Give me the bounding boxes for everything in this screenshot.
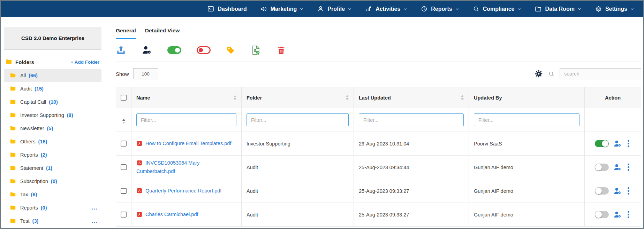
row-checkbox[interactable] bbox=[121, 212, 127, 218]
folder-more-button[interactable]: ... bbox=[92, 206, 98, 210]
nav-item-data-room[interactable]: Data Room bbox=[535, 5, 581, 13]
page-size-select[interactable]: 100 bbox=[133, 68, 158, 79]
folder-count: (66) bbox=[29, 73, 38, 78]
row-status-toggle[interactable] bbox=[595, 140, 609, 147]
folder-count: (15) bbox=[35, 86, 44, 92]
select-all-checkbox[interactable] bbox=[121, 95, 127, 101]
column-header-updated-by: Updated By bbox=[474, 95, 502, 101]
folders-heading: Folders bbox=[15, 59, 34, 65]
folder-more-button[interactable]: ... bbox=[92, 219, 98, 223]
assign-users-button[interactable] bbox=[613, 211, 622, 219]
folder-name: Newsletter bbox=[20, 126, 44, 131]
sidebar-folder-newsletter[interactable]: Newsletter (5) bbox=[4, 122, 101, 135]
sidebar-folder-tax[interactable]: Tax (6) bbox=[4, 188, 101, 201]
sort-icon[interactable] bbox=[458, 95, 464, 100]
last-updated-cell: 25-Aug-2023 09:33:27 bbox=[354, 203, 469, 227]
document-link[interactable]: Quarterly Performance Report.pdf bbox=[145, 188, 221, 194]
delete-button[interactable] bbox=[276, 46, 286, 55]
sort-icon[interactable] bbox=[231, 95, 236, 100]
toolbar bbox=[116, 44, 641, 56]
folder-name: Tax bbox=[20, 192, 28, 197]
row-menu-button[interactable] bbox=[626, 187, 631, 195]
row-menu-button[interactable] bbox=[626, 210, 631, 219]
search-input[interactable] bbox=[560, 68, 641, 79]
tab-general[interactable]: General bbox=[116, 27, 136, 39]
folder-icon bbox=[10, 125, 16, 132]
enable-toggle-button[interactable] bbox=[167, 46, 181, 54]
document-link[interactable]: INVCSD10053064 Mary Cumberbatch.pdf bbox=[136, 160, 200, 174]
filter-input-updated-by[interactable] bbox=[474, 113, 579, 126]
folder-icon bbox=[10, 204, 16, 212]
disable-toggle-button[interactable] bbox=[197, 46, 211, 54]
row-checkbox[interactable] bbox=[121, 188, 127, 194]
sidebar-folder-investor-supporting[interactable]: Investor Supporting (8) bbox=[4, 109, 101, 122]
folder-icon bbox=[10, 218, 16, 225]
folder-count: (2) bbox=[41, 152, 47, 158]
sort-icon[interactable] bbox=[343, 95, 349, 100]
folder-count: (10) bbox=[49, 99, 58, 105]
nav-item-reports[interactable]: Reports bbox=[421, 5, 459, 13]
sidebar-folder-subscription[interactable]: Subscription (0) bbox=[4, 175, 101, 188]
column-settings-button[interactable] bbox=[534, 69, 543, 78]
folder-count: (0) bbox=[41, 205, 47, 211]
sidebar-folder-test[interactable]: Test (3) ... bbox=[4, 214, 101, 228]
assign-users-button[interactable] bbox=[613, 187, 622, 195]
export-excel-button[interactable] bbox=[251, 45, 261, 55]
folder-cell: Audit bbox=[242, 179, 354, 203]
folder-icon bbox=[10, 178, 16, 185]
folder-count: (16) bbox=[38, 139, 47, 144]
row-checkbox[interactable] bbox=[121, 141, 127, 147]
row-menu-button[interactable] bbox=[626, 163, 631, 172]
nav-item-dashboard[interactable]: Dashboard bbox=[207, 5, 247, 13]
filter-input-name[interactable] bbox=[136, 113, 236, 126]
row-menu-button[interactable] bbox=[626, 139, 631, 148]
folder-icon bbox=[10, 85, 16, 93]
sidebar-folder-all[interactable]: All (66) bbox=[4, 69, 101, 82]
sidebar-folder-reports[interactable]: Reports (2) bbox=[4, 148, 101, 161]
sort-toggle-icon[interactable] bbox=[122, 119, 125, 124]
document-link[interactable]: Charles Carmichael.pdf bbox=[145, 212, 198, 217]
row-status-toggle[interactable] bbox=[595, 187, 609, 195]
sidebar-folder-capital-call[interactable]: Capital Call (10) bbox=[4, 95, 101, 109]
nav-item-compliance[interactable]: Compliance bbox=[472, 5, 522, 13]
nav-item-marketing[interactable]: Marketing bbox=[260, 5, 304, 13]
assign-users-button[interactable] bbox=[613, 163, 622, 172]
chevron-down-icon bbox=[403, 7, 407, 11]
last-updated-cell: 29-Aug-2023 10:31:04 bbox=[354, 132, 469, 156]
row-checkbox[interactable] bbox=[121, 164, 127, 170]
folder-cell: Audit bbox=[242, 156, 354, 179]
add-folder-button[interactable]: + Add Folder bbox=[71, 60, 99, 65]
folders-header: Folders + Add Folder bbox=[4, 58, 101, 66]
folder-name: Audit bbox=[20, 86, 32, 92]
list-controls: Show 100 bbox=[116, 68, 641, 80]
search-icon bbox=[548, 70, 555, 78]
document-link[interactable]: How to Configure Email Templates.pdf bbox=[145, 141, 231, 146]
tab-detailed-view[interactable]: Detailed View bbox=[145, 27, 180, 39]
row-status-toggle[interactable] bbox=[595, 211, 609, 218]
pie-chart-icon bbox=[421, 5, 428, 13]
row-status-toggle[interactable] bbox=[595, 164, 609, 171]
nav-item-label: Compliance bbox=[483, 6, 515, 12]
tag-button[interactable] bbox=[226, 46, 235, 55]
top-navigation: Dashboard Marketing Profile Activities R… bbox=[1, 1, 643, 17]
nav-item-settings[interactable]: Settings bbox=[595, 5, 634, 13]
sidebar-folder-reports-2[interactable]: Reports (0) ... bbox=[4, 201, 101, 214]
dashboard-icon bbox=[207, 5, 214, 13]
filter-input-last-updated[interactable] bbox=[359, 113, 464, 126]
folder-icon bbox=[10, 72, 16, 79]
nav-item-activities[interactable]: Activities bbox=[365, 5, 407, 13]
table-row: How to Configure Email Templates.pdf Inv… bbox=[116, 132, 641, 156]
filter-input-folder[interactable] bbox=[247, 113, 349, 126]
upload-button[interactable] bbox=[116, 45, 126, 55]
folder-icon bbox=[535, 5, 542, 13]
assign-users-button[interactable] bbox=[142, 45, 152, 55]
column-header-folder: Folder bbox=[247, 95, 262, 101]
nav-item-profile[interactable]: Profile bbox=[317, 5, 352, 13]
sidebar-folder-audit[interactable]: Audit (15) bbox=[4, 82, 101, 95]
toggle-on-icon bbox=[167, 46, 181, 54]
assign-users-button[interactable] bbox=[613, 140, 622, 148]
folder-icon bbox=[10, 191, 16, 198]
table-row: Quarterly Performance Report.pdf Audit 2… bbox=[116, 179, 641, 203]
sidebar-folder-statement[interactable]: Statement (1) bbox=[4, 161, 101, 175]
sidebar-folder-others[interactable]: Others (16) bbox=[4, 135, 101, 148]
